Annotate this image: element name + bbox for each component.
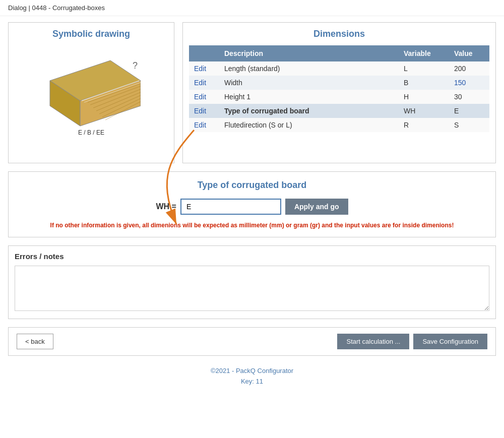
box-label: E / B / EE [78,129,104,136]
dimensions-table: Description Variable Value EditLength (s… [189,45,489,132]
errors-notes-title: Errors / notes [15,252,489,261]
edit-link-row-2[interactable]: Edit [194,93,206,101]
box-drawing-svg [30,50,141,131]
footer: ©2021 - PackQ Configurator Key: 11 [8,362,496,391]
desc-cell-row-2: Height 1 [219,90,399,104]
back-button[interactable]: < back [17,334,53,349]
edit-link-row-0[interactable]: Edit [194,65,206,73]
question-mark: ? [133,60,138,71]
val-cell-row-2: 30 [449,90,489,104]
footer-key: Key: 11 [12,377,492,387]
save-configuration-button[interactable]: Save Configuration [413,334,487,349]
var-cell-row-2: H [399,90,449,104]
var-cell-row-0: L [399,61,449,76]
edit-link-row-1[interactable]: Edit [194,79,206,87]
start-calculation-button[interactable]: Start calculation ... [337,334,409,349]
var-cell-row-1: B [399,76,449,90]
apply-and-go-button[interactable]: Apply and go [285,199,348,215]
dimensions-title: Dimensions [189,29,489,39]
col-header-edit [189,45,219,61]
val-cell-row-3: E [449,104,489,118]
desc-cell-row-0: Length (standard) [219,61,399,76]
symbolic-drawing-panel: Symbolic drawing [8,22,174,163]
info-text: If no other information is given, all di… [19,222,485,229]
desc-cell-row-1: Width [219,76,399,90]
val-cell-row-1: 150 [449,76,489,90]
wh-label: WH = [156,202,176,211]
col-header-variable: Variable [399,45,449,61]
drawing-area: ? E / B / EE [15,45,168,146]
desc-cell-row-3: Type of corrugated board [219,104,399,118]
dimensions-panel: Dimensions Description Variable Value Ed… [182,22,496,163]
errors-notes-section: Errors / notes [8,245,496,319]
corrugated-board-title: Type of corrugated board [19,180,485,191]
col-header-description: Description [219,45,399,61]
footer-copyright: ©2021 - PackQ Configurator [12,366,492,377]
bottom-bar: < back Start calculation ... Save Config… [8,327,496,356]
var-cell-row-3: WH [399,104,449,118]
val-cell-row-0: 200 [449,61,489,76]
symbolic-drawing-title: Symbolic drawing [15,29,168,39]
page-title: Dialog | 0448 - Corrugated-boxes [0,0,504,16]
desc-cell-row-4: Flutedirection (S or L) [219,118,399,132]
var-cell-row-4: R [399,118,449,132]
edit-link-row-3[interactable]: Edit [194,107,206,115]
col-header-value: Value [449,45,489,61]
corrugated-board-section: Type of corrugated board WH = Apply and … [8,171,496,237]
val-cell-row-4: S [449,118,489,132]
errors-textarea[interactable] [15,266,489,311]
edit-link-row-4[interactable]: Edit [194,121,206,129]
wh-input[interactable] [180,199,281,215]
